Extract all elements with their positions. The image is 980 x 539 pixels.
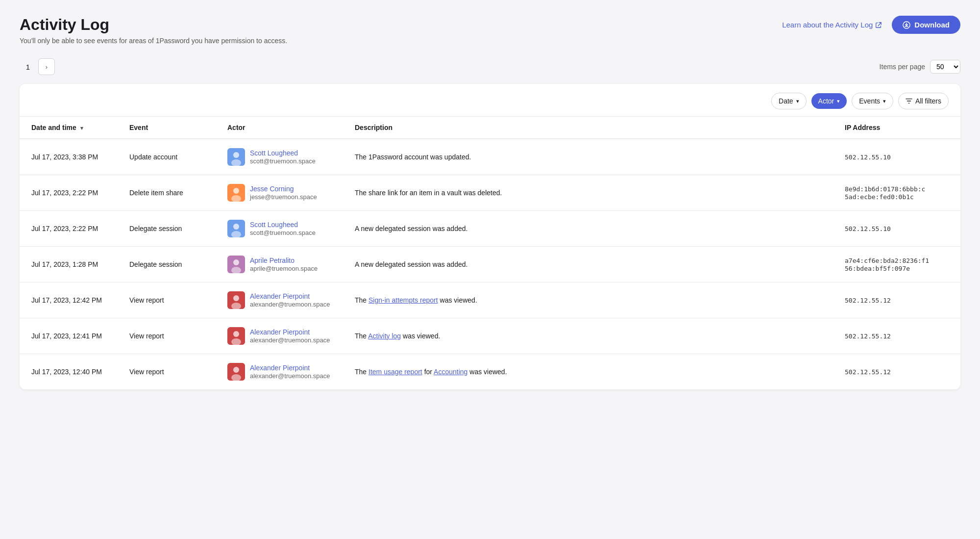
cell-actor: Alexander Pierpointalexander@truemoon.sp… [216, 318, 343, 354]
ip-address: 502.12.55.12 [845, 297, 891, 304]
download-icon [903, 21, 910, 29]
svg-point-17 [233, 331, 239, 337]
svg-point-14 [233, 295, 239, 301]
svg-point-8 [233, 224, 239, 230]
actor-cell: Aprile Petralitoaprile@truemoon.space [227, 256, 331, 273]
description-link[interactable]: Sign-in attempts report [368, 296, 438, 304]
pagination-bar: 1 › Items per page 50 25 100 [20, 58, 960, 75]
ip-address: 502.12.55.12 [845, 333, 891, 340]
table-header-row: Date and time ▾ Event Actor Description … [20, 117, 960, 139]
actor-name-link[interactable]: Aprile Petralito [250, 257, 318, 264]
svg-point-11 [233, 259, 239, 265]
header-left: Activity Log You'll only be able to see … [20, 16, 287, 45]
activity-table: Date and time ▾ Event Actor Description … [20, 117, 960, 389]
cell-datetime: Jul 17, 2023, 12:41 PM [20, 318, 118, 354]
avatar [227, 256, 245, 273]
next-page-button[interactable]: › [38, 58, 55, 75]
filter-icon [906, 98, 912, 104]
cell-event: View report [118, 282, 216, 318]
page-subtitle: You'll only be able to see events for ar… [20, 37, 287, 45]
items-per-page-select[interactable]: 50 25 100 [930, 60, 960, 74]
cell-ip: 502.12.55.10 [833, 211, 960, 247]
page-title: Activity Log [20, 16, 287, 34]
table-card: Date ▾ Actor ▾ Events ▾ All filters [20, 84, 960, 389]
table-row: Jul 17, 2023, 2:22 PMDelegate session Sc… [20, 211, 960, 247]
actor-name-link[interactable]: Alexander Pierpoint [250, 328, 330, 336]
cell-datetime: Jul 17, 2023, 2:22 PM [20, 175, 118, 211]
description-link[interactable]: Item usage report [368, 368, 422, 376]
actor-name-link[interactable]: Jesse Corning [250, 185, 317, 193]
table-row: Jul 17, 2023, 12:40 PMView report Alexan… [20, 354, 960, 390]
ip-address: 502.12.55.10 [845, 154, 891, 161]
table-row: Jul 17, 2023, 2:22 PMDelete item share J… [20, 175, 960, 211]
actor-email: alexander@truemoon.space [250, 372, 330, 380]
actor-email: aprile@truemoon.space [250, 265, 318, 272]
cell-ip: 502.12.55.10 [833, 139, 960, 175]
actor-name-link[interactable]: Alexander Pierpoint [250, 292, 330, 300]
actor-name-link[interactable]: Alexander Pierpoint [250, 364, 330, 372]
cell-datetime: Jul 17, 2023, 12:40 PM [20, 354, 118, 390]
svg-point-5 [233, 188, 239, 194]
cell-event: Delete item share [118, 175, 216, 211]
avatar [227, 363, 245, 381]
learn-link[interactable]: Learn about the Activity Log [782, 21, 882, 29]
actor-cell: Scott Lougheedscott@truemoon.space [227, 220, 331, 237]
cell-datetime: Jul 17, 2023, 12:42 PM [20, 282, 118, 318]
avatar [227, 291, 245, 309]
cell-datetime: Jul 17, 2023, 3:38 PM [20, 139, 118, 175]
pagination-left: 1 › [20, 58, 55, 75]
cell-event: View report [118, 354, 216, 390]
cell-description: The Activity log was viewed. [343, 318, 833, 354]
actor-filter-button[interactable]: Actor ▾ [811, 93, 847, 109]
cell-description: The share link for an item in a vault wa… [343, 175, 833, 211]
ip-address: 502.12.55.10 [845, 225, 891, 232]
col-header-datetime[interactable]: Date and time ▾ [20, 117, 118, 139]
cell-ip: 8e9d:1b6d:0178:6bbb:c5ad:ecbe:fed0:0b1c [833, 175, 960, 211]
date-filter-button[interactable]: Date ▾ [771, 93, 807, 109]
items-per-page-control: Items per page 50 25 100 [880, 60, 960, 74]
cell-description: A new delegated session was added. [343, 211, 833, 247]
table-row: Jul 17, 2023, 3:38 PMUpdate account Scot… [20, 139, 960, 175]
cell-ip: 502.12.55.12 [833, 354, 960, 390]
cell-ip: 502.12.55.12 [833, 282, 960, 318]
svg-point-20 [233, 367, 239, 373]
svg-point-2 [233, 152, 239, 158]
description-link-2[interactable]: Accounting [434, 368, 467, 376]
cell-datetime: Jul 17, 2023, 1:28 PM [20, 247, 118, 282]
cell-actor: Scott Lougheedscott@truemoon.space [216, 211, 343, 247]
ip-address: 8e9d:1b6d:0178:6bbb:c5ad:ecbe:fed0:0b1c [845, 185, 925, 201]
cell-description: A new delegated session was added. [343, 247, 833, 282]
avatar [227, 148, 245, 166]
actor-name-link[interactable]: Scott Lougheed [250, 221, 316, 229]
all-filters-button[interactable]: All filters [898, 93, 949, 109]
actor-cell: Scott Lougheedscott@truemoon.space [227, 148, 331, 166]
items-per-page-label: Items per page [880, 63, 925, 71]
actor-email: alexander@truemoon.space [250, 301, 330, 308]
actor-email: scott@truemoon.space [250, 229, 316, 236]
events-filter-button[interactable]: Events ▾ [852, 93, 893, 109]
cell-description: The Sign-in attempts report was viewed. [343, 282, 833, 318]
cell-datetime: Jul 17, 2023, 2:22 PM [20, 211, 118, 247]
table-row: Jul 17, 2023, 12:42 PMView report Alexan… [20, 282, 960, 318]
col-header-event: Event [118, 117, 216, 139]
description-link[interactable]: Activity log [368, 332, 401, 340]
cell-actor: Alexander Pierpointalexander@truemoon.sp… [216, 354, 343, 390]
download-button[interactable]: Download [892, 16, 960, 34]
table-row: Jul 17, 2023, 1:28 PMDelegate session Ap… [20, 247, 960, 282]
avatar [227, 327, 245, 345]
header-top: Activity Log You'll only be able to see … [20, 16, 960, 45]
cell-description: The 1Password account was updated. [343, 139, 833, 175]
col-header-ip: IP Address [833, 117, 960, 139]
actor-cell: Alexander Pierpointalexander@truemoon.sp… [227, 363, 331, 381]
ip-address: a7e4:cf6e:bda2:8236:f156:bdea:bf5f:097e [845, 257, 929, 272]
actor-name-link[interactable]: Scott Lougheed [250, 149, 316, 157]
cell-ip: a7e4:cf6e:bda2:8236:f156:bdea:bf5f:097e [833, 247, 960, 282]
avatar [227, 220, 245, 237]
cell-actor: Scott Lougheedscott@truemoon.space [216, 139, 343, 175]
actor-email: alexander@truemoon.space [250, 336, 330, 344]
actor-email: jesse@truemoon.space [250, 193, 317, 201]
cell-event: Update account [118, 139, 216, 175]
actor-email: scott@truemoon.space [250, 157, 316, 165]
ip-address: 502.12.55.12 [845, 368, 891, 376]
cell-event: Delegate session [118, 211, 216, 247]
